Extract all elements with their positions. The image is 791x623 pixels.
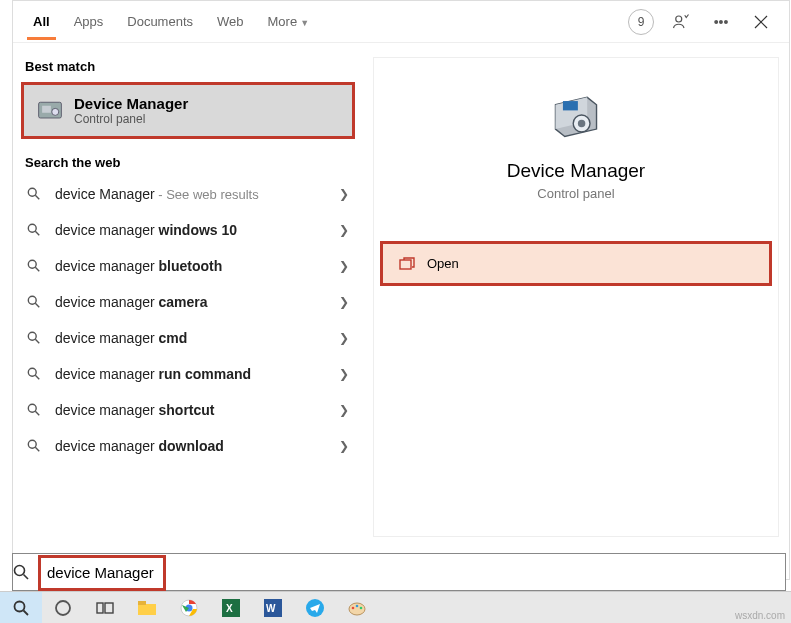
svg-point-16	[28, 368, 36, 376]
web-result-text: device manager windows 10	[55, 222, 339, 238]
svg-point-14	[28, 332, 36, 340]
preview-subtitle: Control panel	[384, 186, 768, 201]
taskbar-telegram-icon[interactable]	[294, 592, 336, 624]
taskbar-explorer-icon[interactable]	[126, 592, 168, 624]
taskbar-paint-icon[interactable]	[336, 592, 378, 624]
search-icon	[27, 403, 45, 417]
svg-line-21	[35, 447, 39, 451]
web-result-item[interactable]: device manager download❯	[13, 428, 363, 464]
tab-more[interactable]: More▼	[256, 4, 322, 39]
web-result-text: device Manager - See web results	[55, 186, 339, 202]
best-match-item[interactable]: Device Manager Control panel	[21, 82, 355, 139]
search-icon	[27, 331, 45, 345]
search-web-header: Search the web	[13, 147, 363, 176]
search-icon	[27, 223, 45, 237]
web-result-text: device manager shortcut	[55, 402, 339, 418]
chevron-right-icon: ❯	[339, 367, 349, 381]
taskbar-excel-icon[interactable]: X	[210, 592, 252, 624]
svg-point-5	[52, 108, 59, 115]
open-action[interactable]: Open	[380, 241, 772, 286]
device-manager-icon	[546, 88, 606, 144]
close-icon[interactable]	[747, 8, 775, 36]
tab-web[interactable]: Web	[205, 4, 256, 39]
svg-point-6	[28, 188, 36, 196]
svg-line-29	[24, 575, 29, 580]
chevron-right-icon: ❯	[339, 223, 349, 237]
svg-rect-27	[400, 260, 411, 269]
svg-rect-33	[97, 603, 103, 613]
best-match-title: Device Manager	[74, 95, 188, 112]
taskbar: X W	[0, 591, 791, 623]
svg-line-7	[35, 195, 39, 199]
svg-text:W: W	[266, 603, 276, 614]
tab-all[interactable]: All	[21, 4, 62, 39]
best-match-subtitle: Control panel	[74, 112, 188, 126]
svg-text:X: X	[226, 603, 233, 614]
chevron-right-icon: ❯	[339, 439, 349, 453]
taskbar-search-icon[interactable]	[0, 592, 42, 624]
feedback-icon[interactable]	[667, 8, 695, 36]
preview-title: Device Manager	[384, 160, 768, 182]
search-icon	[27, 259, 45, 273]
chevron-right-icon: ❯	[339, 295, 349, 309]
taskbar-chrome-icon[interactable]	[168, 592, 210, 624]
web-result-item[interactable]: device manager cmd❯	[13, 320, 363, 356]
web-result-item[interactable]: device manager shortcut❯	[13, 392, 363, 428]
best-match-header: Best match	[13, 51, 363, 80]
svg-line-15	[35, 339, 39, 343]
svg-point-18	[28, 404, 36, 412]
search-bar[interactable]	[12, 553, 786, 591]
svg-rect-36	[138, 601, 146, 605]
svg-point-26	[578, 120, 585, 127]
chevron-right-icon: ❯	[339, 259, 349, 273]
taskbar-taskview-icon[interactable]	[84, 592, 126, 624]
svg-point-20	[28, 440, 36, 448]
web-result-text: device manager download	[55, 438, 339, 454]
rewards-badge[interactable]: 9	[627, 8, 655, 36]
svg-point-28	[15, 566, 25, 576]
svg-point-45	[352, 606, 355, 609]
more-options-icon[interactable]: •••	[707, 8, 735, 36]
svg-rect-35	[138, 604, 156, 615]
web-result-text: device manager run command	[55, 366, 339, 382]
svg-point-30	[15, 601, 25, 611]
svg-line-17	[35, 375, 39, 379]
svg-point-8	[28, 224, 36, 232]
search-icon	[27, 295, 45, 309]
open-label: Open	[427, 256, 459, 271]
web-result-text: device manager bluetooth	[55, 258, 339, 274]
tab-apps[interactable]: Apps	[62, 4, 116, 39]
chevron-right-icon: ❯	[339, 403, 349, 417]
watermark: wsxdn.com	[735, 610, 785, 621]
taskbar-word-icon[interactable]: W	[252, 592, 294, 624]
web-result-text: device manager cmd	[55, 330, 339, 346]
web-result-item[interactable]: device manager bluetooth❯	[13, 248, 363, 284]
svg-line-11	[35, 267, 39, 271]
chevron-down-icon: ▼	[300, 18, 309, 28]
svg-line-9	[35, 231, 39, 235]
results-pane: Best match Device Manager Control panel …	[13, 43, 363, 563]
svg-rect-24	[563, 101, 578, 110]
search-icon	[27, 439, 45, 453]
tab-documents[interactable]: Documents	[115, 4, 205, 39]
web-result-item[interactable]: device manager run command❯	[13, 356, 363, 392]
svg-point-46	[356, 604, 359, 607]
web-result-item[interactable]: device manager windows 10❯	[13, 212, 363, 248]
svg-line-13	[35, 303, 39, 307]
taskbar-cortana-icon[interactable]	[42, 592, 84, 624]
svg-point-10	[28, 260, 36, 268]
web-result-item[interactable]: device Manager - See web results❯	[13, 176, 363, 212]
svg-point-0	[676, 16, 682, 22]
svg-point-12	[28, 296, 36, 304]
open-icon	[399, 257, 415, 271]
chevron-right-icon: ❯	[339, 331, 349, 345]
search-icon	[13, 564, 43, 580]
svg-point-47	[360, 606, 363, 609]
svg-rect-34	[105, 603, 113, 613]
web-result-item[interactable]: device manager camera❯	[13, 284, 363, 320]
svg-line-31	[24, 610, 29, 615]
search-icon	[27, 187, 45, 201]
svg-line-19	[35, 411, 39, 415]
search-input[interactable]	[43, 558, 785, 587]
svg-rect-4	[42, 105, 51, 112]
